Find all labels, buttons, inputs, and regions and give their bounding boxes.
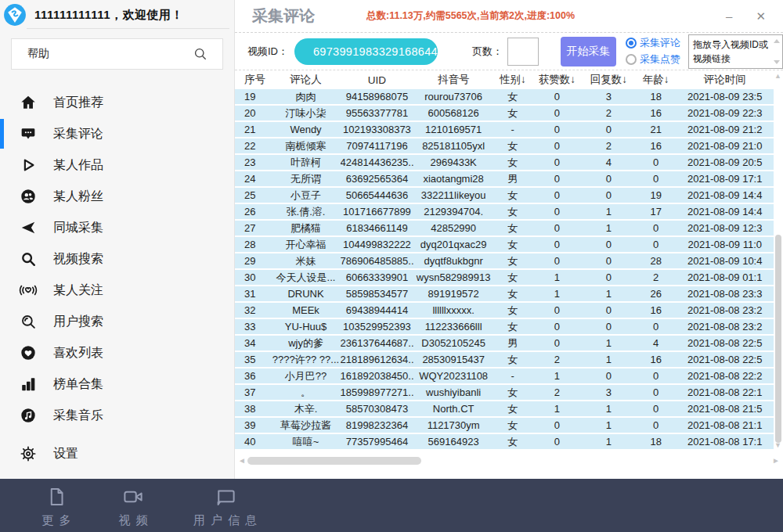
table-row[interactable]: 21 Wendy 102193308373 1210169571 - 0 0 2… [235, 122, 774, 137]
column-header-replies-sort[interactable]: 回复数↓ [582, 73, 636, 87]
sidebar-item-collect-music[interactable]: 采集音乐 [0, 400, 234, 431]
table-row[interactable]: 31 DRUNK 58598534577 891919572 女 1 1 26 … [235, 286, 774, 301]
cell-index: 26 [235, 206, 271, 217]
column-header-gender-sort[interactable]: 性别↓ [493, 73, 532, 87]
cell-commenter: 今天人设是... [271, 271, 340, 285]
sidebar-item-home-feed[interactable]: 首页推荐 [0, 87, 234, 118]
radio-unselected-icon[interactable] [626, 54, 637, 65]
cell-commenter: 米妹 [271, 254, 340, 268]
bottom-item-more[interactable]: 更多 [34, 485, 78, 528]
table-row[interactable]: 22 南栀倾寒 70974117196 825181105yxl 女 0 2 1… [235, 138, 774, 153]
cell-comment-time: 2021-08-09 22:3 [677, 107, 774, 119]
table-row[interactable]: 28 开心幸福 104499832222 dyq201qxac29 女 0 0 … [235, 237, 774, 252]
search-icon[interactable] [191, 45, 210, 63]
cell-commenter: YU-Huu$ [271, 321, 340, 332]
horizontal-scrollbar[interactable]: ◄ ► [235, 454, 783, 468]
scroll-up-icon[interactable]: ▲ [774, 72, 781, 80]
table-row[interactable]: 26 张.倩.溶. 101716677899 2129394704. 女 0 1… [235, 204, 774, 219]
cell-index: 38 [235, 403, 271, 415]
table-row[interactable]: 30 今天人设是... 60663339901 wysn582989913 女 … [235, 270, 774, 285]
cell-index: 29 [235, 255, 271, 267]
cell-replies: 1 [582, 288, 636, 300]
cell-gender: 女 [493, 189, 532, 203]
video-camera-icon [121, 485, 145, 512]
table-row[interactable]: 36 小月巴?? 161892038450... WQY20231108 - 1… [235, 368, 774, 383]
start-collect-button[interactable]: 开始采集 [561, 37, 616, 66]
column-header-likes-sort[interactable]: 获赞数↓ [532, 73, 582, 87]
sidebar-item-ranking-collection[interactable]: 榜单合集 [0, 368, 234, 400]
table-row[interactable]: 33 YU-Huu$ 103529952393 112233666lll 女 0… [235, 319, 774, 334]
table-row[interactable]: 35 ????许?? ??... 218189612634... 2853091… [235, 352, 774, 367]
column-header-douyin-id[interactable]: 抖音号 [413, 73, 493, 87]
cell-replies: 0 [582, 255, 636, 267]
cell-uid: 70974117196 [341, 140, 414, 152]
table-row[interactable]: 34 wjy的爹 236137644687... D3052105245 男 0… [235, 336, 774, 350]
sidebar-item-user-fans[interactable]: 某人粉丝 [0, 181, 234, 212]
cell-replies: 0 [582, 239, 636, 250]
sidebar-item-collect-comments[interactable]: 采集评论 [0, 118, 234, 149]
cell-age: 0 [636, 239, 677, 250]
sidebar-item-user-works[interactable]: 某人作品 [0, 149, 234, 181]
cell-index: 35 [235, 354, 271, 365]
help-search-box[interactable]: 帮助 [11, 38, 223, 70]
table-row[interactable]: 20 汀味小柒 95563377781 600568126 女 0 2 16 2… [235, 106, 774, 120]
sidebar-item-user-follows[interactable]: 某人关注 [0, 275, 234, 306]
table-row[interactable]: 27 肥橘猫 61834661149 42852990 女 0 1 0 2021… [235, 221, 774, 235]
cell-gender: 女 [493, 353, 532, 367]
table-row[interactable]: 37 。 185998977271... wushiyibanli 女 2 3 … [235, 385, 774, 400]
cell-age: 2 [636, 271, 677, 283]
column-header-commenter[interactable]: 评论人 [271, 73, 340, 87]
table-row[interactable]: 38 木辛. 58570308473 North.CT 女 1 1 0 2021… [235, 401, 774, 416]
column-header-uid[interactable]: UID [341, 74, 414, 86]
horizontal-scrollbar-thumb[interactable] [247, 457, 421, 465]
scroll-right-icon[interactable]: ► [772, 456, 780, 465]
table-row[interactable]: 23 叶辞柯 424814436235... 2969433K 女 0 4 0 … [235, 155, 774, 170]
cell-age: 0 [636, 321, 677, 332]
column-header-age-sort[interactable]: 年龄↓ [636, 73, 677, 87]
vertical-scrollbar-thumb[interactable] [775, 235, 781, 443]
column-header-comment-time[interactable]: 评论时间 [677, 73, 774, 87]
table-row[interactable]: 39 草莓沙拉酱 81998232364 1121730ym 女 0 1 0 2… [235, 418, 774, 433]
radio-collect-comments[interactable]: 采集评论 [626, 36, 680, 50]
cell-gender: 女 [493, 139, 532, 153]
column-header-index[interactable]: 序号 [235, 73, 271, 87]
table-row[interactable]: 24 无所谓 63692565364 xiaotangmi28 男 0 0 0 … [235, 171, 774, 186]
bottom-item-user-info[interactable]: 用户信息 [188, 485, 262, 528]
radio-selected-icon[interactable] [626, 38, 637, 49]
cell-commenter: 肉肉 [271, 90, 340, 104]
sidebar-item-like-list[interactable]: 喜欢列表 [0, 337, 234, 368]
cell-index: 33 [235, 321, 271, 332]
spinner-up-icon[interactable] [774, 39, 780, 43]
cell-uid: 185998977271... [341, 386, 414, 398]
table-row[interactable]: 25 小豆子 50665444636 332211likeyou 女 0 0 1… [235, 188, 774, 203]
video-id-input[interactable]: 6973991983329168644 [294, 38, 438, 65]
table-row[interactable]: 32 MEEk 69438944414 llllllxxxxx. 女 0 0 1… [235, 303, 774, 318]
spinner-down-icon[interactable] [774, 60, 780, 64]
drag-drop-input[interactable]: 拖放导入视频ID或视频链接 [688, 34, 783, 69]
radio-collect-likes[interactable]: 采集点赞 [626, 52, 680, 66]
sidebar-item-video-search[interactable]: 视频搜索 [0, 243, 234, 275]
cell-comment-time: 2021-08-08 23:2 [677, 321, 774, 332]
minimize-button[interactable]: – [726, 10, 732, 22]
scroll-left-icon[interactable]: ◄ [238, 456, 246, 465]
table-row[interactable]: 29 米妹 786906485885... dyqtf8ukbgnr 女 0 0… [235, 253, 774, 268]
sidebar-item-city-collect[interactable]: 同城采集 [0, 212, 234, 243]
cell-gender: 女 [493, 156, 532, 170]
cell-douyin-id: 2969433K [413, 156, 493, 168]
bottom-item-video[interactable]: 视频 [111, 485, 155, 528]
cell-index: 30 [235, 271, 271, 283]
table-row[interactable]: 19 肉肉 94158968075 rourou73706 女 0 3 18 2… [235, 89, 774, 104]
vertical-scrollbar[interactable]: ▲ ▼ [774, 70, 783, 451]
close-button[interactable]: ✕ [756, 10, 766, 22]
scroll-down-icon[interactable]: ▼ [774, 441, 781, 449]
cell-commenter: 无所谓 [271, 172, 340, 186]
sidebar-item-settings[interactable]: 设置 [0, 438, 234, 469]
table-row[interactable]: 40 嘻嘻~ 77357995464 569164923 女 0 1 18 20… [235, 434, 774, 449]
cell-likes: 0 [532, 321, 582, 332]
app-window: 111111111111，欢迎使用！ 帮助 [0, 0, 783, 532]
pages-input[interactable] [507, 38, 539, 66]
cell-douyin-id: dyq201qxac29 [413, 239, 493, 250]
sidebar-item-label: 某人作品 [53, 157, 103, 174]
cell-uid: 63692565364 [341, 173, 414, 185]
sidebar-item-user-search[interactable]: 用户搜索 [0, 306, 234, 337]
